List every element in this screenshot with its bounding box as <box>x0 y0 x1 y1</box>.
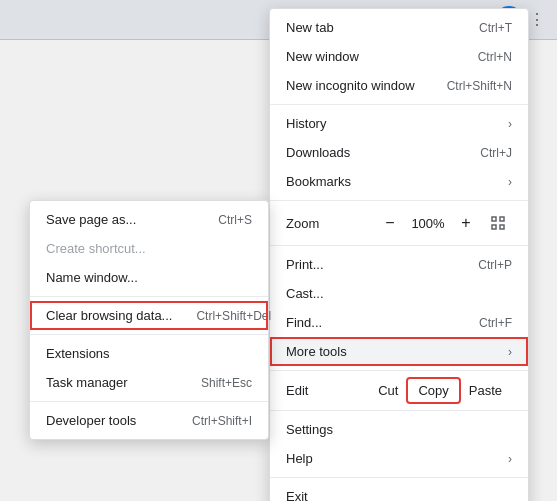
edit-row: Edit Cut Copy Paste <box>270 375 528 406</box>
menu-item-clear-browsing[interactable]: Clear browsing data... Ctrl+Shift+Del <box>30 301 268 330</box>
menu-item-new-tab[interactable]: New tab Ctrl+T <box>270 13 528 42</box>
separator <box>30 296 268 297</box>
zoom-value: 100% <box>404 216 452 231</box>
menu-item-more-tools[interactable]: More tools › <box>270 337 528 366</box>
menu-item-print[interactable]: Print... Ctrl+P <box>270 250 528 279</box>
separator <box>270 410 528 411</box>
svg-rect-2 <box>492 225 496 229</box>
menu-item-developer-tools[interactable]: Developer tools Ctrl+Shift+I <box>30 406 268 435</box>
cut-button[interactable]: Cut <box>368 379 408 402</box>
menu-item-cast[interactable]: Cast... <box>270 279 528 308</box>
menu-item-downloads[interactable]: Downloads Ctrl+J <box>270 138 528 167</box>
main-menu: New tab Ctrl+T New window Ctrl+N New inc… <box>269 8 529 501</box>
separator <box>270 200 528 201</box>
menu-item-exit[interactable]: Exit <box>270 482 528 501</box>
separator <box>270 245 528 246</box>
menu-item-new-incognito[interactable]: New incognito window Ctrl+Shift+N <box>270 71 528 100</box>
menu-item-new-window[interactable]: New window Ctrl+N <box>270 42 528 71</box>
menu-item-bookmarks[interactable]: Bookmarks › <box>270 167 528 196</box>
fullscreen-icon <box>490 215 506 231</box>
svg-rect-3 <box>500 225 504 229</box>
separator <box>270 104 528 105</box>
menu-item-create-shortcut[interactable]: Create shortcut... <box>30 234 268 263</box>
menu-item-task-manager[interactable]: Task manager Shift+Esc <box>30 368 268 397</box>
paste-button[interactable]: Paste <box>459 379 512 402</box>
menu-item-help[interactable]: Help › <box>270 444 528 473</box>
svg-rect-1 <box>500 217 504 221</box>
menu-item-find[interactable]: Find... Ctrl+F <box>270 308 528 337</box>
svg-rect-0 <box>492 217 496 221</box>
zoom-plus-button[interactable]: + <box>452 209 480 237</box>
separator <box>270 370 528 371</box>
zoom-row: Zoom − 100% + <box>270 205 528 241</box>
menu-item-name-window[interactable]: Name window... <box>30 263 268 292</box>
separator <box>30 334 268 335</box>
zoom-minus-button[interactable]: − <box>376 209 404 237</box>
menu-item-save-page[interactable]: Save page as... Ctrl+S <box>30 205 268 234</box>
fullscreen-button[interactable] <box>484 209 512 237</box>
menu-item-settings[interactable]: Settings <box>270 415 528 444</box>
separator <box>30 401 268 402</box>
copy-button[interactable]: Copy <box>408 379 458 402</box>
separator <box>270 477 528 478</box>
menu-item-extensions[interactable]: Extensions <box>30 339 268 368</box>
sub-menu-more-tools: Save page as... Ctrl+S Create shortcut..… <box>29 200 269 440</box>
menu-item-history[interactable]: History › <box>270 109 528 138</box>
